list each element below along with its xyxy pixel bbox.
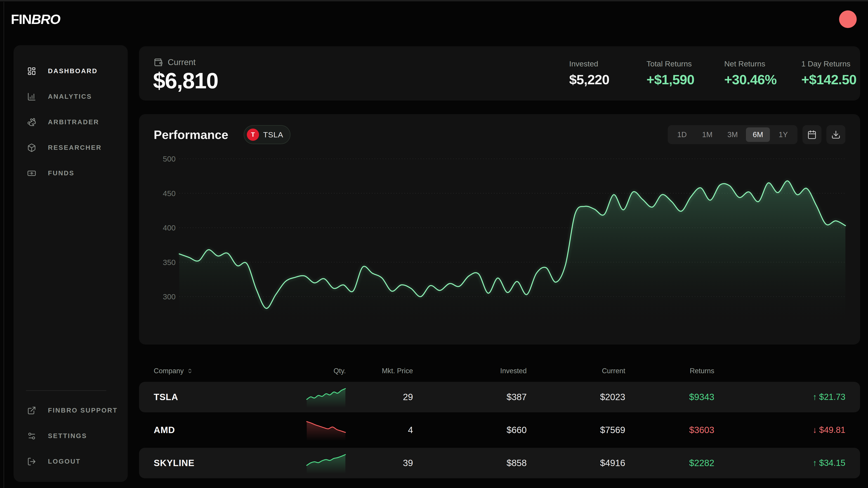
sidebar-item-label: FUNDS bbox=[48, 169, 74, 177]
banknote-icon bbox=[27, 169, 36, 178]
svg-text:300: 300 bbox=[163, 292, 176, 301]
sidebar: DASHBOARDANALYTICSARBITRADERRESEARCHERFU… bbox=[13, 45, 128, 482]
trend-down-arrow-icon: ↓ bbox=[813, 425, 817, 435]
sidebar-item-label: LOGOUT bbox=[48, 458, 81, 465]
holding-row-amd[interactable]: AMD 4$660$7569$3603↓$49.81 bbox=[139, 415, 860, 445]
current-value: $6,810 bbox=[153, 68, 218, 94]
performance-chart[interactable]: 500450400350300 bbox=[139, 114, 860, 345]
holding-row-skyline[interactable]: SKYLINE 39$858$4916$2282↑$34.15 bbox=[139, 448, 860, 478]
wallet-icon bbox=[154, 58, 163, 67]
sparkline-chart bbox=[306, 419, 346, 441]
external-link-icon bbox=[27, 406, 36, 415]
logout-icon bbox=[27, 457, 36, 466]
sidebar-item-finbro-support[interactable]: FINBRO SUPPORT bbox=[27, 398, 121, 423]
holding-row-tsla[interactable]: TSLA 29$387$2023$9343↑$21.73 bbox=[139, 382, 860, 412]
sidebar-item-label: RESEARCHER bbox=[48, 144, 102, 151]
avatar[interactable] bbox=[839, 10, 857, 28]
current-cell: $3603 bbox=[625, 425, 714, 435]
sidebar-item-settings[interactable]: SETTINGS bbox=[27, 423, 121, 449]
holdings-table: CompanyQty.Mkt. PriceInvestedCurrentRetu… bbox=[139, 361, 860, 488]
sparkline-chart bbox=[306, 386, 346, 408]
sidebar-item-arbitrader[interactable]: ARBITRADER bbox=[27, 109, 121, 135]
sidebar-divider bbox=[26, 390, 106, 391]
sidebar-footer-nav: FINBRO SUPPORTSETTINGSLOGOUT bbox=[27, 398, 121, 474]
sparkline-cell bbox=[306, 452, 346, 474]
svg-text:400: 400 bbox=[163, 223, 176, 232]
svg-text:350: 350 bbox=[163, 258, 176, 267]
sort-icon bbox=[187, 368, 193, 374]
stat-label: 1 Day Returns bbox=[801, 59, 860, 68]
returns-cell: ↓$49.81 bbox=[714, 425, 845, 435]
column-header-label: Company bbox=[154, 367, 184, 375]
column-header-current: Current bbox=[527, 367, 625, 375]
mkt-price-cell: $858 bbox=[413, 458, 527, 468]
top-bar: FINBRO bbox=[11, 7, 857, 32]
logo-bro: BRO bbox=[31, 12, 60, 27]
sidebar-item-label: ARBITRADER bbox=[48, 119, 99, 126]
column-header-returns: Returns bbox=[625, 367, 714, 375]
invested-cell: $4916 bbox=[527, 458, 625, 468]
qty-cell: 29 bbox=[346, 392, 413, 402]
column-header-mkt-price: Mkt. Price bbox=[346, 367, 413, 375]
stat-1-day-returns: 1 Day Returns+$142.50 bbox=[801, 59, 860, 88]
stat-invested: Invested$5,220 bbox=[569, 59, 647, 88]
sidebar-nav: DASHBOARDANALYTICSARBITRADERRESEARCHERFU… bbox=[27, 58, 121, 186]
returns-cell: ↑$34.15 bbox=[714, 458, 845, 468]
current-label-row: Current bbox=[154, 58, 195, 67]
mkt-price-cell: $660 bbox=[413, 425, 527, 435]
current-cell: $9343 bbox=[625, 392, 714, 402]
sidebar-item-label: DASHBOARD bbox=[48, 67, 98, 75]
returns-cell: ↑$21.73 bbox=[714, 392, 845, 402]
invested-cell: $2023 bbox=[527, 392, 625, 402]
qty-cell: 4 bbox=[346, 425, 413, 435]
box-icon bbox=[27, 143, 36, 152]
current-label: Current bbox=[168, 58, 195, 67]
stat-label: Invested bbox=[569, 59, 647, 68]
logo-fin: FIN bbox=[11, 12, 31, 27]
company-name: SKYLINE bbox=[154, 458, 306, 468]
sidebar-item-funds[interactable]: FUNDS bbox=[27, 160, 121, 186]
invested-cell: $7569 bbox=[527, 425, 625, 435]
svg-text:450: 450 bbox=[163, 189, 176, 198]
sidebar-item-label: SETTINGS bbox=[48, 432, 87, 440]
holdings-table-header: CompanyQty.Mkt. PriceInvestedCurrentRetu… bbox=[154, 364, 845, 378]
sidebar-item-researcher[interactable]: RESEARCHER bbox=[27, 135, 121, 160]
stat-value: +$142.50 bbox=[801, 72, 860, 88]
sidebar-item-dashboard[interactable]: DASHBOARD bbox=[27, 58, 121, 84]
sparkline-cell bbox=[306, 386, 346, 408]
mkt-price-cell: $387 bbox=[413, 392, 527, 402]
sidebar-item-label: FINBRO SUPPORT bbox=[48, 407, 118, 414]
trend-up-arrow-icon: ↑ bbox=[813, 392, 817, 402]
window-frame-top bbox=[0, 0, 868, 1]
stat-label: Net Returns bbox=[724, 59, 801, 68]
rabbit-icon bbox=[27, 118, 36, 127]
column-header-qty-: Qty. bbox=[306, 367, 346, 375]
sparkline-cell bbox=[306, 419, 346, 441]
stat-value: $5,220 bbox=[569, 72, 647, 88]
current-cell: $2282 bbox=[625, 458, 714, 468]
sparkline-chart bbox=[306, 452, 346, 474]
company-name: TSLA bbox=[154, 392, 306, 402]
performance-panel: Performance T TSLA 1D1M3M6M1Y 5004504003… bbox=[139, 114, 860, 345]
stat-value: +$1,590 bbox=[647, 72, 724, 88]
column-header-invested: Invested bbox=[413, 367, 527, 375]
qty-cell: 39 bbox=[346, 458, 413, 468]
company-name: AMD bbox=[154, 425, 306, 435]
trend-up-arrow-icon: ↑ bbox=[813, 458, 817, 468]
stat-total-returns: Total Returns+$1,590 bbox=[647, 59, 724, 88]
holdings-table-rows: TSLA 29$387$2023$9343↑$21.73AMD 4$660$75… bbox=[139, 382, 860, 481]
current-summary-panel: Current $6,810 Invested$5,220Total Retur… bbox=[139, 46, 860, 101]
stat-net-returns: Net Returns+30.46% bbox=[724, 59, 801, 88]
sidebar-item-logout[interactable]: LOGOUT bbox=[27, 449, 121, 474]
stat-value: +30.46% bbox=[724, 72, 801, 88]
finbro-logo: FINBRO bbox=[11, 11, 60, 27]
stat-label: Total Returns bbox=[647, 59, 724, 68]
sliders-icon bbox=[27, 431, 36, 441]
svg-text:500: 500 bbox=[163, 155, 176, 163]
analytics-icon bbox=[27, 92, 36, 101]
dashboard-icon bbox=[27, 67, 36, 76]
summary-stats: Invested$5,220Total Returns+$1,590Net Re… bbox=[569, 59, 860, 88]
sidebar-item-analytics[interactable]: ANALYTICS bbox=[27, 84, 121, 109]
column-header-company-sort[interactable]: Company bbox=[154, 367, 306, 375]
sidebar-item-label: ANALYTICS bbox=[48, 93, 92, 100]
